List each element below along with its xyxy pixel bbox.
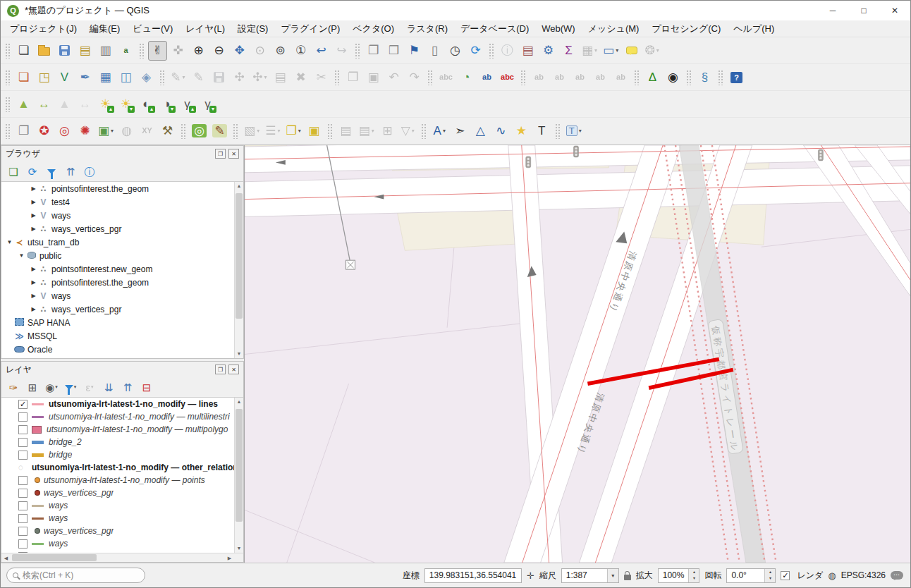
toolbar-handle[interactable] — [686, 70, 692, 85]
filter-browser[interactable] — [43, 163, 60, 180]
toolbar-handle[interactable] — [139, 43, 145, 59]
toolbar-handle[interactable] — [421, 123, 427, 139]
delete-selected[interactable]: ✖ — [291, 68, 310, 87]
lat-lon-tools-copy[interactable]: ❐ — [14, 121, 33, 141]
temporal-controller[interactable]: ◷ — [446, 41, 465, 61]
menu-item-12[interactable]: ヘルプ(H) — [727, 21, 781, 37]
run-feature-action[interactable]: ❂▾ — [642, 41, 661, 61]
create-text-annotation[interactable]: T — [532, 121, 551, 141]
expander-icon[interactable]: ▼ — [6, 239, 13, 245]
layer-visibility-checkbox[interactable] — [18, 438, 27, 447]
browser-item-ways_vertices_pgr[interactable]: ▶∴ways_vertices_pgr — [1, 302, 234, 316]
toolbar-handle[interactable] — [233, 123, 238, 139]
layers-scroll-down[interactable]: ▼ — [235, 544, 243, 553]
coordinate-capture-dropdown-icon[interactable]: ▾ — [111, 128, 114, 134]
crs-value[interactable]: EPSG:4326 — [841, 570, 886, 580]
pan-map[interactable]: ✌ — [148, 41, 167, 61]
full-cumulative-cut-stretch[interactable]: ↔ — [75, 94, 94, 114]
decrease-gamma[interactable]: γ▾ — [198, 94, 217, 114]
attributes-select-tool-dropdown-icon[interactable]: ▾ — [372, 128, 374, 134]
magnifier-spinner[interactable]: ▴ ▾ — [688, 569, 699, 582]
layer-item-0[interactable]: ✓utsunomiya-lrt-latest-1-no_modify — lin… — [1, 398, 234, 410]
help-contents[interactable]: ? — [727, 68, 746, 87]
magnifier-spin-up-icon[interactable]: ▴ — [689, 569, 699, 576]
browser-item-utsu_tram_db[interactable]: ▼≺utsu_tram_db — [1, 235, 234, 249]
browser-item-ways_vertices_pgr[interactable]: ▶∴ways_vertices_pgr — [1, 222, 234, 235]
menu-item-11[interactable]: プロセシング(C) — [645, 21, 727, 37]
vertex-tool-current-layer[interactable]: ✣▾ — [250, 68, 269, 87]
layer-visibility-checkbox[interactable] — [18, 476, 27, 485]
create-marker-annotation[interactable]: ★ — [512, 121, 531, 141]
menu-item-6[interactable]: ベクタ(O) — [346, 21, 401, 37]
toolbar-handle[interactable] — [634, 70, 640, 85]
zoom-to-selection[interactable]: ⊙ — [250, 41, 269, 61]
decrease-brightness[interactable]: ☀▾ — [116, 94, 135, 114]
layer-item-8[interactable]: ways — [1, 499, 234, 512]
processing-toolbox[interactable]: ⚙ — [539, 41, 558, 61]
visibility-groups[interactable]: ❐▾ — [283, 121, 302, 141]
current-edits[interactable]: ✎▾ — [169, 68, 188, 87]
paste-features[interactable]: ▣ — [364, 68, 383, 87]
text-annotation-dropdown-icon[interactable]: ▾ — [579, 128, 582, 134]
layers-scroll-up[interactable]: ▲ — [235, 398, 243, 406]
layer-item-2[interactable]: utsunomiya-lrt-latest-1-no_modify — mult… — [1, 423, 234, 436]
browser-scroll-thumb[interactable] — [236, 193, 243, 319]
toolbar-handle[interactable] — [5, 123, 11, 139]
new-spatialite-layer[interactable]: ▦ — [96, 68, 115, 87]
layer-item-4[interactable]: bridge — [1, 448, 234, 461]
menu-item-0[interactable]: プロジェクト(J) — [4, 21, 83, 37]
layer-item-1[interactable]: utsunomiya-lrt-latest-1-no_modify — mult… — [1, 410, 234, 423]
toolbar-handle[interactable] — [327, 123, 333, 139]
python-console[interactable]: § — [695, 68, 714, 87]
map-canvas[interactable]: 仮称宇都宮ライトレール 清原中央通り 清原中央通り — [244, 145, 910, 563]
magnifier-spin-down-icon[interactable]: ▾ — [689, 575, 699, 582]
menu-item-9[interactable]: Web(W) — [535, 22, 581, 35]
multi-location-zoom[interactable]: ✺ — [75, 121, 94, 141]
expander-icon[interactable]: ▶ — [30, 199, 37, 205]
save-layer-edits[interactable] — [209, 68, 228, 87]
browser-item-ways[interactable]: ▶Vways — [1, 289, 234, 302]
browser-float-button[interactable]: ❐ — [215, 149, 226, 159]
browser-item-test4[interactable]: ▶Vtest4 — [1, 195, 234, 209]
open-attribute-table-dropdown-icon[interactable]: ▾ — [594, 47, 597, 54]
expander-icon[interactable]: ▶ — [30, 185, 37, 192]
coordinate-capture[interactable]: ▣▾ — [96, 121, 116, 141]
browser-scroll-up[interactable]: ▲ — [235, 182, 243, 190]
identify-features[interactable]: ⓘ — [498, 41, 517, 61]
vertex-tool-current-layer-dropdown-icon[interactable]: ▾ — [264, 74, 267, 80]
layer-visibility-checkbox[interactable]: ✓ — [18, 400, 27, 409]
rotation-spinner[interactable]: ▴ ▾ — [764, 569, 775, 582]
new-geopackage-layer[interactable]: ◳ — [35, 68, 54, 87]
attributes-edit-tool[interactable]: ▤ — [336, 121, 355, 141]
scale-lock-icon[interactable] — [624, 575, 631, 580]
expander-icon[interactable]: ▶ — [30, 306, 37, 312]
layers-scroll-right[interactable]: ▶ — [225, 553, 234, 562]
rotate-label[interactable]: ab — [591, 68, 610, 87]
zoom-next[interactable]: ↪ — [332, 41, 351, 61]
geometry-menu-dropdown-icon[interactable]: ▾ — [412, 128, 415, 134]
minimize-button[interactable]: ─ — [817, 1, 848, 20]
new-virtual-layer[interactable]: ◈ — [137, 68, 156, 87]
layers-scroll-thumb[interactable] — [236, 409, 243, 522]
zoom-in[interactable]: ⊕ — [189, 41, 208, 61]
xy-tools[interactable]: XY — [137, 121, 157, 141]
redo[interactable]: ↷ — [405, 68, 424, 87]
vertex-tool-all-layers[interactable]: ✣ — [230, 68, 249, 87]
pan-map-to-selection[interactable]: ✜ — [169, 41, 188, 61]
layer-item-5[interactable]: ◌utsunomiya-lrt-latest-1-no_modify — oth… — [1, 461, 234, 474]
new-annotation-layer-dropdown-icon[interactable]: ▾ — [443, 128, 446, 134]
menu-item-3[interactable]: レイヤ(L) — [179, 21, 231, 37]
layer-visibility-checkbox[interactable] — [18, 412, 27, 422]
data-grid-tool[interactable]: ⊞ — [378, 121, 397, 141]
menu-item-2[interactable]: ビュー(V) — [126, 21, 179, 37]
select-annotation[interactable]: ➣ — [451, 121, 470, 141]
menu-item-8[interactable]: データベース(D) — [454, 21, 535, 37]
manage-map-themes-dropdown-icon[interactable]: ▾ — [55, 384, 58, 390]
text-annotation[interactable]: T▾ — [564, 121, 584, 141]
layer-visibility-checkbox[interactable] — [18, 514, 27, 523]
render-checkbox[interactable]: ✓ — [781, 571, 790, 580]
zoom-to-layer[interactable]: ⊚ — [271, 41, 290, 61]
layer-diagram-options[interactable]: ◔ — [457, 68, 476, 87]
browser-item-pointsofinterest.the_geom[interactable]: ▶∴pointsofinterest.the_geom — [1, 276, 234, 289]
toolbar-handle[interactable] — [718, 70, 723, 85]
